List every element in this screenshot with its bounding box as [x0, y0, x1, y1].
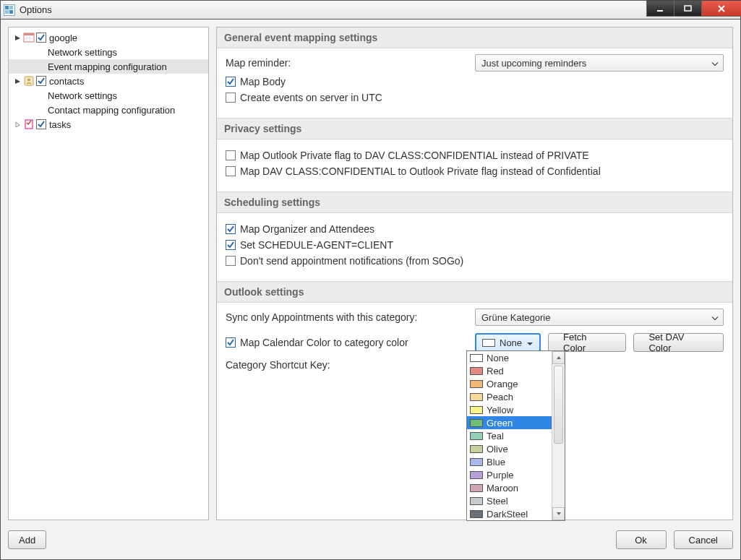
map-reminder-select[interactable]: Just upcoming reminders [475, 54, 724, 72]
section-header-outlook: Outlook settings [217, 281, 732, 303]
tree-node-google[interactable]: google [9, 30, 208, 45]
color-option-label: Green [487, 418, 513, 428]
color-option[interactable]: Red [467, 364, 552, 377]
settings-panel: General event mapping settings Map remin… [216, 27, 733, 520]
color-option[interactable]: Steel [467, 494, 552, 507]
maximize-button[interactable] [674, 0, 701, 17]
color-option-label: Steel [487, 496, 508, 507]
tasks-icon [23, 119, 35, 130]
tree-node-tasks[interactable]: tasks [9, 117, 208, 132]
color-select-value: None [500, 337, 522, 348]
minimize-button[interactable] [646, 0, 674, 17]
set-dav-color-button[interactable]: Set DAV Color [633, 333, 724, 352]
color-option[interactable]: Purple [467, 468, 552, 481]
svg-rect-13 [25, 120, 33, 129]
scroll-up-icon[interactable] [552, 351, 565, 364]
color-option-label: Olive [487, 444, 508, 455]
color-swatch [470, 497, 483, 505]
titlebar: Options [0, 0, 741, 19]
map-reminder-label: Map reminder: [226, 57, 475, 69]
color-swatch [470, 458, 483, 466]
tree-node-contacts[interactable]: contacts [9, 74, 208, 88]
color-option[interactable]: Green [467, 416, 552, 429]
contacts-icon [23, 75, 35, 87]
calendar-icon [23, 32, 35, 43]
color-swatch [470, 471, 483, 479]
create-utc-label: Create events on server in UTC [240, 92, 382, 103]
color-swatch [470, 432, 483, 440]
color-option-label: Blue [487, 457, 505, 468]
svg-point-12 [27, 79, 30, 82]
fetch-color-button[interactable]: Fetch Color [548, 333, 626, 352]
color-swatch [482, 339, 495, 347]
create-utc-checkbox[interactable] [226, 92, 236, 103]
color-swatch [470, 484, 483, 492]
section-header-general: General event mapping settings [217, 27, 732, 48]
tree-panel[interactable]: google Network settings Event mapping co… [8, 27, 209, 520]
tree-checkbox[interactable] [36, 76, 46, 86]
scrollbar[interactable] [552, 351, 565, 520]
section-header-scheduling: Scheduling settings [217, 191, 732, 213]
tree-checkbox[interactable] [36, 33, 46, 43]
chevron-down-icon [526, 337, 534, 348]
shortcut-key-label: Category Shortcut Key: [226, 359, 475, 371]
expander-icon[interactable] [13, 77, 22, 85]
color-swatch [470, 445, 483, 453]
add-button[interactable]: Add [8, 530, 46, 549]
tree-child-network[interactable]: Network settings [9, 45, 208, 59]
sched-opt1-checkbox[interactable] [226, 224, 236, 234]
expander-icon[interactable] [13, 33, 22, 42]
sync-cat-label: Sync only Appointments with this categor… [226, 311, 475, 323]
close-button[interactable] [701, 0, 741, 17]
map-color-checkbox[interactable] [226, 337, 236, 348]
tree-child-contactmap[interactable]: Contact mapping configuration [9, 103, 208, 117]
ok-button[interactable]: Ok [616, 530, 667, 549]
svg-rect-3 [9, 10, 13, 14]
svg-rect-4 [657, 10, 663, 12]
tree-label: google [49, 33, 77, 43]
color-option[interactable]: Orange [467, 377, 552, 390]
client-area: google Network settings Event mapping co… [0, 19, 741, 560]
bottom-bar: Add Ok Cancel [8, 527, 733, 552]
color-dropdown[interactable]: NoneRedOrangePeachYellowGreenTealOliveBl… [466, 350, 565, 521]
color-option-label: Orange [487, 379, 518, 389]
chevron-down-icon [711, 58, 719, 69]
scroll-down-icon[interactable] [552, 507, 565, 520]
color-swatch [470, 380, 483, 388]
expander-icon[interactable] [13, 120, 22, 129]
color-swatch [470, 419, 483, 427]
color-option[interactable]: Blue [467, 455, 552, 468]
color-option[interactable]: Teal [467, 429, 552, 442]
color-swatch [470, 393, 483, 401]
scroll-thumb[interactable] [554, 366, 563, 444]
color-option-label: Teal [487, 431, 504, 441]
tree-child-network[interactable]: Network settings [9, 88, 208, 103]
color-option[interactable]: DarkSteel [467, 507, 552, 520]
color-swatch [470, 406, 483, 414]
sched-opt2-checkbox[interactable] [226, 240, 236, 250]
color-option-label: Maroon [487, 483, 518, 494]
color-option[interactable]: Olive [467, 442, 552, 455]
svg-rect-0 [5, 6, 9, 9]
color-swatch [470, 367, 483, 375]
color-option[interactable]: Peach [467, 390, 552, 403]
tree-child-eventmap[interactable]: Event mapping configuration [9, 59, 208, 74]
sched-opt3-checkbox[interactable] [226, 256, 236, 266]
svg-rect-5 [685, 6, 691, 11]
privacy-opt1-label: Map Outlook Private flag to DAV CLASS:CO… [240, 150, 589, 161]
color-option[interactable]: Maroon [467, 481, 552, 494]
privacy-opt2-label: Map DAV CLASS:CONFIDENTIAL to Outlook Pr… [240, 165, 601, 177]
cancel-button[interactable]: Cancel [674, 530, 733, 549]
tree-label: tasks [49, 119, 71, 130]
select-value: Grüne Kategorie [481, 312, 550, 323]
window-title: Options [20, 4, 52, 15]
tree-checkbox[interactable] [36, 119, 46, 129]
color-select-button[interactable]: None [475, 333, 541, 352]
color-option[interactable]: Yellow [467, 403, 552, 416]
sync-cat-select[interactable]: Grüne Kategorie [475, 309, 724, 326]
color-option[interactable]: None [467, 351, 552, 364]
map-body-checkbox[interactable] [226, 77, 236, 87]
privacy-opt1-checkbox[interactable] [226, 150, 236, 160]
color-swatch [470, 354, 483, 362]
privacy-opt2-checkbox[interactable] [226, 166, 236, 176]
